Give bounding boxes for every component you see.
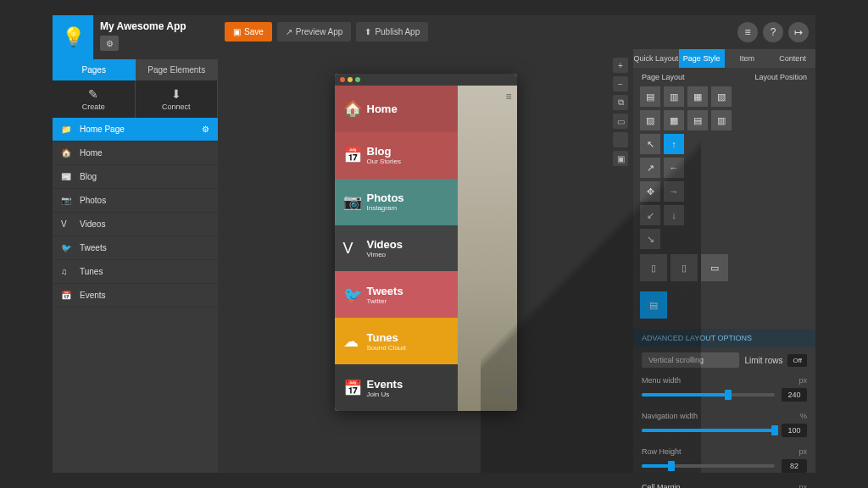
page-gear-icon[interactable]: ⚙: [202, 125, 209, 134]
slider-row-height: Row Heightpx82: [633, 444, 815, 480]
sidebar-action-create[interactable]: ✎Create: [53, 80, 136, 118]
help-icon[interactable]: ?: [763, 22, 783, 42]
page-item-tunes[interactable]: ♫Tunes: [53, 260, 218, 284]
page-icon: 📰: [61, 172, 73, 181]
slider-track[interactable]: [642, 393, 775, 396]
exit-icon[interactable]: ↦: [788, 22, 809, 42]
slider-label: Menu width: [642, 376, 681, 385]
max-dot: [355, 77, 360, 82]
app-logo: 💡: [53, 15, 93, 59]
layout-preset-1[interactable]: ▯: [640, 254, 667, 281]
advanced-header: ADVANCED LAYOUT OPTIONS: [633, 329, 815, 347]
layout-opt-3[interactable]: ▦: [687, 86, 708, 107]
phone-menu-tweets[interactable]: 🐦TweetsTwitter: [335, 271, 458, 318]
pos-bl[interactable]: ↙: [640, 205, 660, 225]
layout-preset-3[interactable]: ▭: [701, 254, 728, 281]
zoom-in-button[interactable]: +: [613, 58, 628, 73]
apple-button[interactable]: [613, 132, 628, 147]
phone-photo: ≡ ⌖: [458, 86, 517, 411]
phone-menu-events[interactable]: 📅EventsJoin Us: [335, 364, 458, 411]
pos-t[interactable]: ↑: [664, 134, 684, 154]
slider-label: Row Height: [642, 447, 682, 456]
pos-tl[interactable]: ↖: [640, 134, 660, 154]
limit-rows-toggle[interactable]: Off: [787, 354, 807, 367]
page-layout-grid: ▤ ▥ ▦ ▧ ▨ ▩ ▤ ▥: [640, 86, 740, 130]
location-pin-icon: ⌖: [502, 380, 512, 402]
page-item-blog[interactable]: 📰Blog: [53, 165, 218, 189]
page-item-videos[interactable]: VVideos: [53, 213, 218, 236]
hamburger-icon[interactable]: ≡: [505, 91, 511, 103]
right-tab-quick-layout[interactable]: Quick Layout: [633, 49, 679, 68]
zoom-out-button[interactable]: −: [613, 76, 628, 92]
tunes-icon: ☁: [343, 332, 360, 351]
preview-icon: ↗: [286, 27, 292, 36]
layout-opt-6[interactable]: ▩: [664, 110, 684, 130]
menu-title: Tweets: [367, 285, 403, 297]
phone-menu-blog[interactable]: 📅BlogOur Stories: [335, 132, 458, 179]
publish-button[interactable]: ⬆Publish App: [356, 22, 428, 42]
pos-br[interactable]: ↘: [640, 229, 660, 249]
events-icon: 📅: [343, 379, 360, 397]
page-item-tweets[interactable]: 🐦Tweets: [53, 236, 218, 260]
page-label: Blog: [80, 172, 97, 181]
connect-icon: ⬇: [136, 87, 218, 101]
page-icon: 🏠: [61, 148, 73, 158]
pos-tr[interactable]: ↗: [640, 158, 660, 178]
slider-unit: px: [798, 376, 807, 385]
canvas-area: ▣Save ↗Preview App ⬆Publish App 🏠Home📅Bl…: [218, 15, 633, 473]
page-icon: 📅: [61, 291, 73, 300]
right-tab-page-style[interactable]: Page Style: [679, 49, 725, 68]
phone-titlebar: [335, 74, 517, 86]
slider-track[interactable]: [642, 429, 775, 432]
menu-title: Home: [367, 103, 398, 115]
left-sidebar: 💡 My Awesome App ⚙ PagesPage Elements ✎C…: [53, 15, 218, 473]
right-panel: ≡ ? ↦ Quick LayoutPage StyleItemContent …: [633, 15, 815, 473]
page-item-photos[interactable]: 📷Photos: [53, 189, 218, 213]
layout-opt-5[interactable]: ▨: [640, 110, 660, 130]
phone-menu-photos[interactable]: 📷PhotosInstagram: [335, 179, 458, 225]
pos-r[interactable]: →: [664, 181, 684, 202]
phone-menu-tunes[interactable]: ☁TunesSound Cloud: [335, 318, 458, 364]
preview-button[interactable]: ↗Preview App: [277, 22, 352, 42]
page-item-home[interactable]: 🏠Home: [53, 141, 218, 165]
list-icon[interactable]: ≡: [737, 22, 758, 42]
min-dot: [348, 77, 353, 82]
sidebar-action-connect[interactable]: ⬇Connect: [136, 80, 219, 118]
android-button[interactable]: ▣: [613, 151, 628, 166]
menu-title: Events: [367, 378, 403, 391]
page-item-events[interactable]: 📅Events: [53, 284, 218, 308]
layout-opt-4[interactable]: ▧: [711, 86, 732, 107]
layout-preset-4[interactable]: ▤: [640, 291, 667, 319]
layout-preset-2[interactable]: ▯: [670, 254, 698, 281]
menu-subtitle: Twitter: [367, 297, 403, 305]
pos-b[interactable]: ↓: [664, 205, 684, 225]
page-label: Tunes: [80, 267, 103, 276]
scroll-select[interactable]: Vertical scrolling: [642, 352, 739, 368]
layout-opt-2[interactable]: ▥: [664, 86, 684, 107]
limit-rows-label: Limit rows: [744, 356, 782, 365]
page-item-home-page[interactable]: 📁Home Page⚙: [53, 118, 218, 141]
save-button[interactable]: ▣Save: [225, 22, 272, 42]
pos-c[interactable]: ✥: [640, 181, 660, 202]
settings-button[interactable]: ⚙: [100, 36, 119, 51]
layout-opt-7[interactable]: ▤: [687, 110, 708, 130]
phone-menu-home[interactable]: 🏠Home: [335, 86, 458, 132]
section-labels: Page LayoutLayout Position: [633, 68, 815, 86]
right-tab-content[interactable]: Content: [770, 49, 815, 68]
menu-subtitle: Our Stories: [367, 158, 401, 165]
copy-button[interactable]: ⧉: [613, 95, 628, 110]
phone-menu-videos[interactable]: VVideosVimeo: [335, 225, 458, 272]
page-label: Videos: [80, 219, 105, 229]
page-icon: ♫: [61, 267, 73, 276]
layout-opt-1[interactable]: ▤: [640, 86, 660, 107]
slider-track[interactable]: [642, 464, 775, 468]
slider-unit: %: [800, 412, 807, 420]
phone-preview: 🏠Home📅BlogOur Stories📷PhotosInstagramVVi…: [335, 74, 517, 411]
pos-l[interactable]: ←: [664, 158, 684, 178]
layout-opt-8[interactable]: ▥: [711, 110, 732, 130]
sidebar-tab-0[interactable]: Pages: [53, 59, 136, 80]
device-button[interactable]: ▭: [613, 114, 628, 129]
sidebar-tab-1[interactable]: Page Elements: [136, 59, 219, 80]
menu-subtitle: Vimeo: [367, 251, 403, 258]
right-tab-item[interactable]: Item: [725, 49, 771, 68]
